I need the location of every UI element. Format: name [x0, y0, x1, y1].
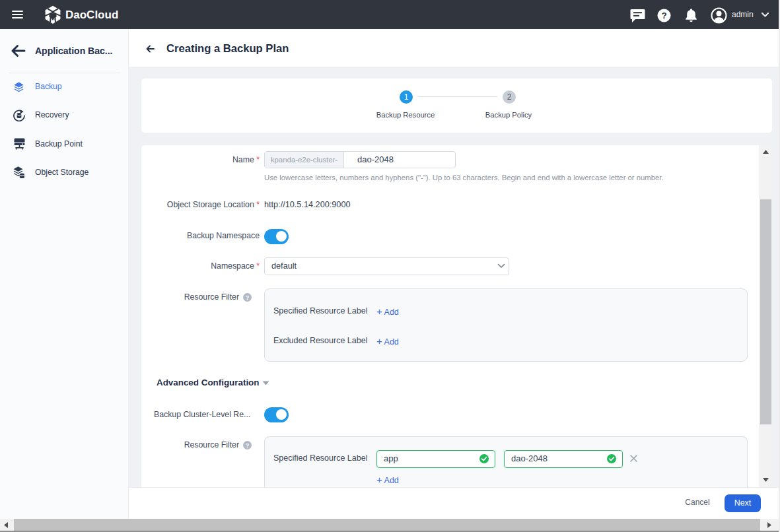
svg-text:?: ? — [246, 294, 250, 301]
svg-text:?: ? — [246, 442, 250, 449]
svg-text:?: ? — [661, 11, 666, 20]
